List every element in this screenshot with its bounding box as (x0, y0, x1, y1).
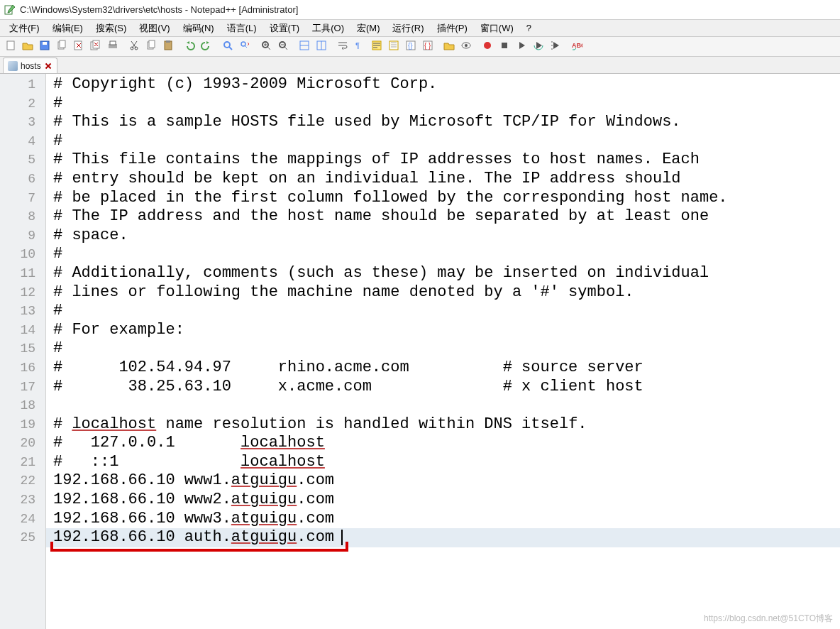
print-button[interactable] (105, 39, 121, 55)
annotation-notch-left (50, 542, 53, 552)
svg-rect-35 (502, 43, 507, 48)
code-line[interactable]: # 127.0.0.1 localhost (53, 434, 840, 453)
code-line[interactable]: # space. (53, 226, 840, 246)
paste-button[interactable] (160, 39, 176, 55)
guide-button[interactable] (386, 39, 402, 55)
code-line[interactable]: # 102.54.94.97 rhino.acme.com # source s… (53, 359, 840, 378)
split-v-button[interactable] (314, 39, 329, 55)
menu-item[interactable]: 运行(R) (386, 21, 430, 36)
code-line[interactable]: # For example: (53, 321, 840, 340)
paste-icon (162, 40, 174, 53)
open-button[interactable] (20, 39, 35, 55)
wrap-button[interactable] (335, 39, 350, 55)
show-ws-button[interactable]: ¶ (352, 39, 368, 55)
save-icon (39, 40, 50, 53)
menu-item[interactable]: 搜索(S) (89, 21, 133, 36)
menu-item[interactable]: 编辑(E) (46, 21, 89, 36)
replace-icon (239, 40, 250, 53)
replace-button[interactable] (237, 39, 253, 55)
line-number: 8 (0, 207, 45, 226)
line-number: 5 (0, 151, 45, 170)
line-number: 23 (0, 491, 45, 510)
record-button[interactable] (480, 39, 495, 55)
code-line[interactable]: # lines or following the machine name de… (53, 283, 840, 302)
code-line[interactable]: 192.168.66.10 www2.atguigu.com (53, 491, 840, 510)
code-line[interactable] (53, 396, 840, 415)
copy-button[interactable] (143, 39, 159, 55)
code-line[interactable]: # Additionally, comments (such as these)… (53, 264, 840, 283)
code-line[interactable]: # (53, 245, 840, 264)
cut-button[interactable] (126, 39, 142, 55)
line-number: 16 (0, 359, 45, 378)
highlight-icon (371, 40, 382, 53)
zoom-in-button[interactable] (258, 39, 274, 55)
save-button[interactable] (37, 39, 52, 55)
svg-rect-6 (74, 41, 82, 50)
code-line[interactable]: # localhost name resolution is handled w… (53, 415, 840, 434)
close-all-button[interactable] (88, 39, 104, 55)
play-list-button[interactable] (548, 39, 563, 55)
svg-text:{}: {} (408, 42, 413, 50)
code-line[interactable]: # This is a sample HOSTS file used by Mi… (53, 113, 840, 132)
close-button[interactable] (71, 39, 87, 55)
svg-text:ABC: ABC (572, 42, 582, 49)
close-icon[interactable] (44, 62, 52, 70)
highlight-button[interactable] (369, 39, 385, 55)
line-number: 25 (0, 528, 45, 547)
line-number: 21 (0, 453, 45, 472)
play-button[interactable] (514, 39, 529, 55)
code-line[interactable]: # (53, 302, 840, 321)
play-repeat-button[interactable] (531, 39, 546, 55)
spellcheck-button[interactable]: ABC (569, 39, 585, 55)
menu-item[interactable]: ? (520, 21, 538, 35)
file-tab[interactable]: hosts (3, 58, 57, 73)
cut-icon (128, 40, 140, 53)
menu-item[interactable]: 窗口(W) (474, 21, 520, 36)
menu-item[interactable]: 编码(N) (177, 21, 221, 36)
code-line[interactable]: # (53, 94, 840, 114)
folder-button[interactable] (441, 39, 457, 55)
editor-area[interactable]: 1234567891011121314151617181920212223242… (0, 74, 840, 629)
eye-button[interactable] (458, 39, 474, 55)
code-line[interactable]: # entry should be kept on an individual … (53, 170, 840, 189)
svg-rect-1 (7, 41, 14, 50)
annotation-notch-right (346, 542, 348, 552)
undo-button[interactable] (182, 39, 197, 55)
split-h-button[interactable] (297, 39, 312, 55)
code-line[interactable]: # (53, 132, 840, 151)
code-line[interactable]: # (53, 339, 840, 359)
fold-open-button[interactable]: { } (420, 39, 436, 55)
code-area[interactable]: # Copyright (c) 1993-2009 Microsoft Corp… (46, 74, 840, 629)
stop-button[interactable] (497, 39, 512, 55)
title-bar: C:\Windows\System32\drivers\etc\hosts - … (0, 0, 840, 20)
code-line[interactable]: # This file contains the mappings of IP … (53, 151, 840, 170)
new-button[interactable] (3, 39, 18, 55)
play-icon (516, 40, 527, 53)
code-line[interactable]: 192.168.66.10 www3.atguigu.com (53, 510, 840, 529)
code-text[interactable]: # Copyright (c) 1993-2009 Microsoft Corp… (46, 74, 840, 547)
fold-button[interactable]: {} (403, 39, 419, 55)
menu-item[interactable]: 文件(F) (3, 21, 46, 36)
code-line[interactable]: # be placed in the first column followed… (53, 189, 840, 208)
code-line[interactable]: # 38.25.63.10 x.acme.com # x client host (53, 378, 840, 397)
copy-file-button[interactable] (54, 39, 70, 55)
code-line[interactable]: # Copyright (c) 1993-2009 Microsoft Corp… (53, 75, 840, 94)
play-repeat-icon (533, 40, 544, 53)
stop-icon (499, 40, 510, 53)
code-line[interactable]: # ::1 localhost (53, 453, 840, 472)
menu-item[interactable]: 设置(T) (263, 21, 306, 36)
menu-item[interactable]: 工具(O) (306, 21, 350, 36)
find-button[interactable] (220, 39, 236, 55)
svg-text:{ }: { } (424, 42, 431, 50)
menu-item[interactable]: 视图(V) (133, 21, 176, 36)
line-number: 11 (0, 264, 45, 283)
code-line[interactable]: # The IP address and the host name shoul… (53, 207, 840, 226)
menu-item[interactable]: 语言(L) (221, 21, 263, 36)
code-line[interactable]: 192.168.66.10 www1.atguigu.com (53, 471, 840, 491)
code-line[interactable]: 192.168.66.10 auth.atguigu.com (53, 528, 840, 547)
redo-button[interactable] (199, 39, 214, 55)
zoom-out-button[interactable] (275, 39, 291, 55)
menu-item[interactable]: 宏(M) (350, 21, 387, 36)
menu-item[interactable]: 插件(P) (431, 21, 474, 36)
svg-point-34 (484, 42, 491, 49)
